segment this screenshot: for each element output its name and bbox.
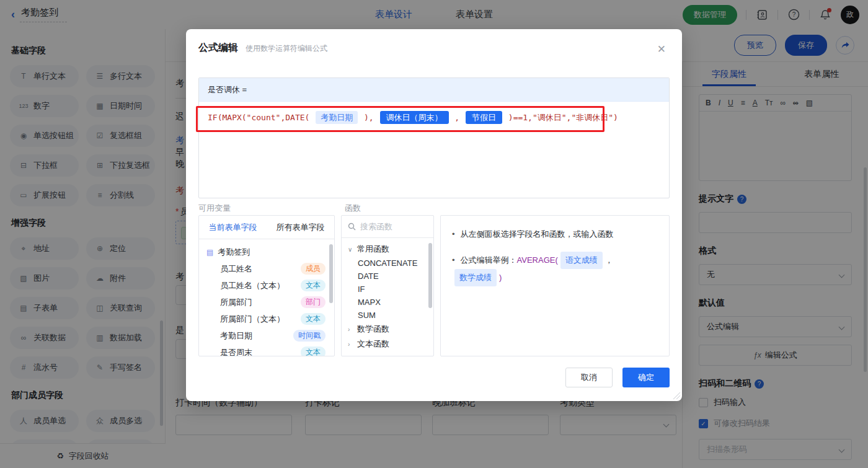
tab-current-form-fields[interactable]: 当前表单字段 [199,216,267,239]
type-badge: 成员 [301,263,326,275]
function-item[interactable]: MAPX [342,296,433,309]
function-item[interactable]: IF [342,283,433,296]
bullet: • [452,227,455,242]
formula-code: , [450,113,464,122]
formula-field-pill[interactable]: 调休日（周末） [380,111,449,124]
formula-code: ), [359,113,378,122]
example-function-name: AVERAGE( [517,253,558,268]
formula-code: )==1,"调休日","非调休日") [503,113,618,122]
function-group-text[interactable]: ›文本函数 [342,337,433,351]
close-icon[interactable]: ✕ [657,43,666,56]
formula-result-label: 是否调休 = [199,78,669,102]
modal-title: 公式编辑 [198,42,238,55]
hint-line-2: • 公式编辑举例： AVERAGE( 语文成绩 ， 数学成绩 ) [452,252,658,286]
type-badge: 文本 [301,280,326,291]
modal-resize-handle[interactable] [673,392,680,399]
function-item[interactable]: SUM [342,309,433,322]
formula-field-pill[interactable]: 考勤日期 [316,111,358,124]
variables-scrollbar[interactable] [329,244,333,303]
tab-all-form-fields[interactable]: 所有表单字段 [267,216,334,239]
modal-subtitle: 使用数学运算符编辑公式 [246,43,327,54]
variable-row[interactable]: 所属部门部门 [199,294,334,311]
functions-scrollbar[interactable] [428,243,432,308]
search-icon [348,223,356,231]
bullet: • [452,253,455,268]
example-field-pill: 语文成绩 [560,252,603,269]
example-function-close: ) [499,270,502,285]
caret-right-icon: › [348,341,353,348]
formula-field-pill[interactable]: 节假日 [466,111,502,124]
hint-line-1: 从左侧面板选择字段名和函数，或输入函数 [461,227,614,242]
variable-row[interactable]: 是否周末文本 [199,344,334,356]
formula-code: IF(MAPX("count",DATE( [208,113,314,122]
type-badge: 文本 [301,313,326,325]
formula-line[interactable]: IF(MAPX("count",DATE( 考勤日期 ), 调休日（周末） , … [199,102,669,134]
function-item[interactable]: DATE [342,270,433,283]
variable-row[interactable]: 员工姓名成员 [199,260,334,277]
search-placeholder: 搜索函数 [360,221,392,232]
variables-root-form[interactable]: ▤考勤签到 [199,244,334,260]
cancel-button[interactable]: 取消 [565,368,613,387]
caret-right-icon: › [348,326,353,333]
variable-row[interactable]: 员工姓名（文本）文本 [199,277,334,294]
functions-panel: 搜索函数 ∨常用函数 CONCATENATE DATE IF MAPX SUM … [341,215,434,356]
confirm-button[interactable]: 确定 [622,368,670,387]
variable-row[interactable]: 所属部门（文本）文本 [199,311,334,327]
function-item[interactable]: CONCATENATE [342,257,433,270]
variable-row[interactable]: 考勤日期时间戳 [199,327,334,344]
function-search[interactable]: 搜索函数 [342,216,433,238]
variables-panel: 当前表单字段 所有表单字段 ▤考勤签到 员工姓名成员 员工姓名（文本）文本 所属… [198,215,335,356]
functions-label: 函数 [345,203,361,214]
type-badge: 文本 [301,347,326,356]
function-group-common[interactable]: ∨常用函数 [342,242,433,257]
form-doc-icon: ▤ [206,248,213,257]
formula-editor-box[interactable]: 是否调休 = IF(MAPX("count",DATE( 考勤日期 ), 调休日… [198,77,670,198]
variables-label: 可用变量 [198,203,231,214]
type-badge: 时间戳 [293,330,326,342]
example-field-pill: 数学成绩 [454,269,497,286]
formula-help-panel: •从左侧面板选择字段名和函数，或输入函数 • 公式编辑举例： AVERAGE( … [440,215,670,356]
formula-editor-modal: 公式编辑 使用数学运算符编辑公式 ✕ 是否调休 = IF(MAPX("count… [186,29,682,401]
caret-down-icon: ∨ [348,246,353,253]
root-form-name: 考勤签到 [218,247,250,258]
function-group-math[interactable]: ›数学函数 [342,322,433,337]
type-badge: 部门 [301,296,326,308]
